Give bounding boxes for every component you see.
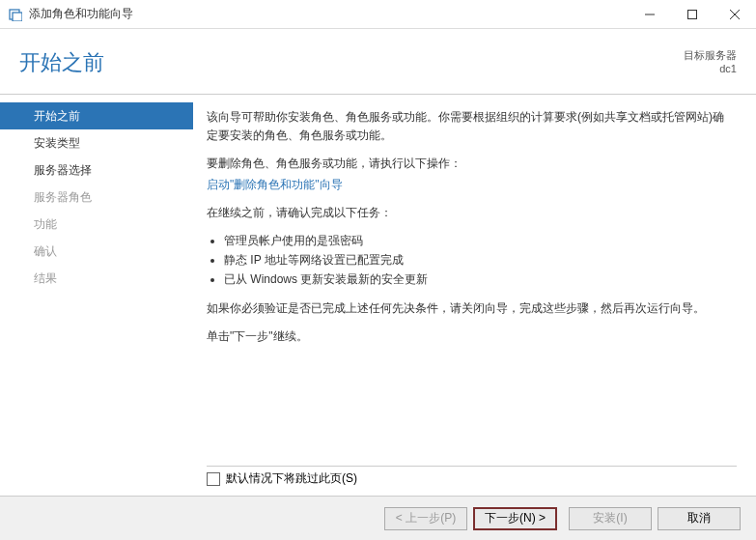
remove-wizard-link[interactable]: 启动"删除角色和功能"向导 xyxy=(207,178,343,191)
next-button[interactable]: 下一步(N) > xyxy=(473,507,557,530)
task-item: 已从 Windows 更新安装最新的安全更新 xyxy=(224,270,727,289)
svg-rect-3 xyxy=(688,10,697,18)
intro-text: 该向导可帮助你安装角色、角色服务或功能。你需要根据组织的计算要求(例如共享文档或… xyxy=(207,108,727,145)
skip-checkbox[interactable] xyxy=(207,472,220,486)
wizard-sidebar: 开始之前 安装类型 服务器选择 服务器角色 功能 确认 结果 xyxy=(0,95,193,500)
maximize-button[interactable] xyxy=(671,0,714,29)
sidebar-item-before-you-begin[interactable]: 开始之前 xyxy=(0,102,193,129)
cancel-button[interactable]: 取消 xyxy=(658,507,741,530)
task-list: 管理员帐户使用的是强密码 静态 IP 地址等网络设置已配置完成 已从 Windo… xyxy=(224,232,727,290)
verify-text: 如果你必须验证是否已完成上述任何先决条件，请关闭向导，完成这些步骤，然后再次运行… xyxy=(207,299,727,318)
content-area: 开始之前 安装类型 服务器选择 服务器角色 功能 确认 结果 该向导可帮助你安装… xyxy=(0,95,756,500)
page-title: 开始之前 xyxy=(19,48,104,77)
continue-prefix-text: 在继续之前，请确认完成以下任务： xyxy=(207,204,727,222)
task-item: 管理员帐户使用的是强密码 xyxy=(224,232,727,250)
titlebar: 添加角色和功能向导 xyxy=(0,0,756,29)
sidebar-item-server-roles: 服务器角色 xyxy=(0,184,193,211)
wizard-header: 开始之前 目标服务器 dc1 xyxy=(0,29,756,95)
remove-prefix-text: 要删除角色、角色服务或功能，请执行以下操作： xyxy=(207,155,727,173)
previous-button: < 上一步(P) xyxy=(384,507,467,530)
main-content: 该向导可帮助你安装角色、角色服务或功能。你需要根据组织的计算要求(例如共享文档或… xyxy=(193,95,756,500)
install-button: 安装(I) xyxy=(569,507,652,530)
wizard-footer: < 上一步(P) 下一步(N) > 安装(I) 取消 xyxy=(0,496,756,540)
sidebar-item-features: 功能 xyxy=(0,211,193,238)
window-controls xyxy=(629,0,756,29)
task-item: 静态 IP 地址等网络设置已配置完成 xyxy=(224,251,727,270)
close-button[interactable] xyxy=(714,0,756,29)
next-hint-text: 单击"下一步"继续。 xyxy=(207,327,727,346)
sidebar-item-install-type[interactable]: 安装类型 xyxy=(0,129,193,156)
sidebar-item-confirmation: 确认 xyxy=(0,238,193,265)
target-server-value: dc1 xyxy=(684,63,737,74)
sidebar-item-server-selection[interactable]: 服务器选择 xyxy=(0,156,193,184)
skip-label: 默认情况下将跳过此页(S) xyxy=(226,470,357,487)
content-divider xyxy=(207,466,737,467)
svg-rect-1 xyxy=(13,13,22,21)
sidebar-item-results: 结果 xyxy=(0,265,193,292)
target-server-label: 目标服务器 xyxy=(684,48,737,63)
target-server-info: 目标服务器 dc1 xyxy=(684,48,737,74)
minimize-button[interactable] xyxy=(629,0,671,29)
skip-row: 默认情况下将跳过此页(S) xyxy=(207,470,357,487)
window-title: 添加角色和功能向导 xyxy=(29,6,629,22)
app-icon xyxy=(8,7,23,22)
